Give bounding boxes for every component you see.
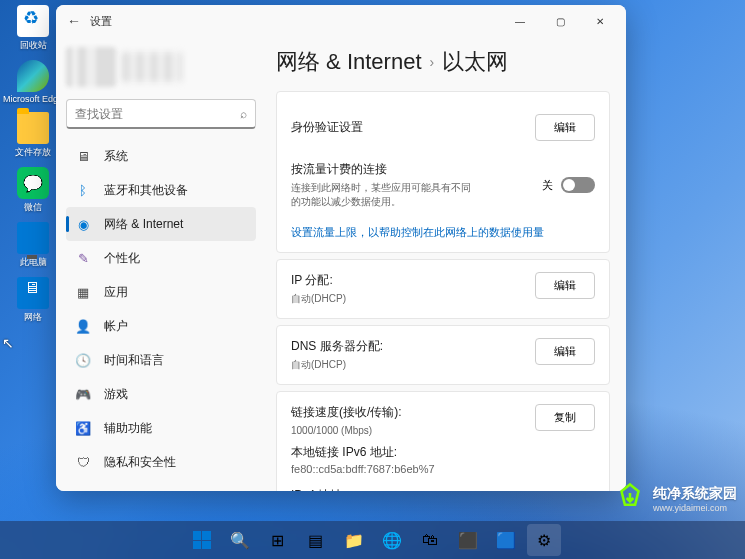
toggle-state: 关	[542, 178, 553, 193]
taskbar-settings[interactable]: ⚙	[527, 524, 561, 556]
taskbar-app2[interactable]: 🟦	[489, 524, 523, 556]
desktop-folder[interactable]: 文件存放	[8, 112, 58, 159]
system-icon: 🖥	[74, 147, 92, 165]
breadcrumb: 网络 & Internet › 以太网	[276, 47, 610, 77]
taskbar-app1[interactable]: ⬛	[451, 524, 485, 556]
accessibility-icon: ♿	[74, 419, 92, 437]
clock-icon: 🕓	[74, 351, 92, 369]
folder-icon	[17, 112, 49, 144]
profile-area[interactable]	[66, 43, 256, 91]
search-icon: ⌕	[240, 107, 247, 121]
nav-privacy[interactable]: 🛡隐私和安全性	[66, 445, 256, 479]
dns-label: DNS 服务器分配:	[291, 338, 383, 355]
ipv6local-value: fe80::cd5a:bdff:7687:b6eb%7	[291, 463, 595, 475]
ip-edit-button[interactable]: 编辑	[535, 272, 595, 299]
desktop-label: 网络	[24, 311, 42, 324]
person-icon: 👤	[74, 317, 92, 335]
metered-label: 按流量计费的连接	[291, 161, 471, 178]
metered-toggle[interactable]	[561, 177, 595, 193]
nav-network[interactable]: ◉网络 & Internet	[66, 207, 256, 241]
metered-sub: 连接到此网络时，某些应用可能具有不同的功能以减少数据使用。	[291, 181, 471, 209]
nav-accessibility[interactable]: ♿辅助功能	[66, 411, 256, 445]
window-title: 设置	[90, 14, 112, 29]
desktop-label: Microsoft Edge	[3, 94, 63, 104]
nav-apps[interactable]: ▦应用	[66, 275, 256, 309]
shield-icon: 🛡	[74, 453, 92, 471]
close-button[interactable]: ✕	[580, 5, 620, 37]
nav-system[interactable]: 🖥系统	[66, 139, 256, 173]
taskbar: 🔍 ⊞ ▤ 📁 🌐 🛍 ⬛ 🟦 ⚙	[0, 521, 745, 559]
avatar	[66, 47, 116, 87]
taskbar-explorer[interactable]: 📁	[337, 524, 371, 556]
breadcrumb-parent[interactable]: 网络 & Internet	[276, 47, 422, 77]
game-icon: 🎮	[74, 385, 92, 403]
network-icon	[17, 277, 49, 309]
content-area: 网络 & Internet › 以太网 身份验证设置 编辑 按流量计费的连接 连…	[266, 37, 626, 491]
card-link-info: 链接速度(接收/传输): 1000/1000 (Mbps) 复制 本地链接 IP…	[276, 391, 610, 491]
taskbar-widgets[interactable]: ▤	[299, 524, 333, 556]
taskbar-search[interactable]: 🔍	[223, 524, 257, 556]
start-button[interactable]	[185, 524, 219, 556]
watermark-url: www.yidaimei.com	[653, 503, 737, 513]
nav-windows-update[interactable]: ↻Windows 更新	[66, 479, 256, 485]
data-limit-link[interactable]: 设置流量上限，以帮助控制在此网络上的数据使用量	[291, 225, 595, 240]
search-input[interactable]	[75, 107, 240, 121]
desktop-network[interactable]: 网络	[8, 277, 58, 324]
apps-icon: ▦	[74, 283, 92, 301]
maximize-button[interactable]: ▢	[540, 5, 580, 37]
nav-time-language[interactable]: 🕓时间和语言	[66, 343, 256, 377]
pc-icon	[17, 222, 49, 254]
nav-accounts[interactable]: 👤帐户	[66, 309, 256, 343]
desktop-edge[interactable]: Microsoft Edge	[8, 60, 58, 104]
wifi-icon: ◉	[74, 215, 92, 233]
titlebar: ← 设置 — ▢ ✕	[56, 5, 626, 37]
desktop-wechat[interactable]: 微信	[8, 167, 58, 214]
wechat-icon	[17, 167, 49, 199]
chevron-right-icon: ›	[430, 54, 435, 70]
watermark: 纯净系统家园 www.yidaimei.com	[613, 481, 737, 515]
copy-button[interactable]: 复制	[535, 404, 595, 431]
breadcrumb-current: 以太网	[442, 47, 508, 77]
ipv4-label: IPv4 地址:	[291, 487, 595, 491]
bluetooth-icon: ᛒ	[74, 181, 92, 199]
desktop-this-pc[interactable]: 此电脑	[8, 222, 58, 269]
desktop-recycle-bin[interactable]: 回收站	[8, 5, 58, 52]
desktop-label: 文件存放	[15, 146, 51, 159]
card-ip: IP 分配: 自动(DHCP) 编辑	[276, 259, 610, 319]
taskbar-taskview[interactable]: ⊞	[261, 524, 295, 556]
ipv6local-label: 本地链接 IPv6 地址:	[291, 444, 595, 461]
auth-edit-button[interactable]: 编辑	[535, 114, 595, 141]
windows-icon	[193, 531, 211, 549]
linkspeed-value: 1000/1000 (Mbps)	[291, 424, 402, 438]
nav-personalization[interactable]: ✎个性化	[66, 241, 256, 275]
profile-name-blurred	[122, 52, 182, 82]
ip-value: 自动(DHCP)	[291, 292, 346, 306]
edge-icon	[17, 60, 49, 92]
dns-edit-button[interactable]: 编辑	[535, 338, 595, 365]
taskbar-store[interactable]: 🛍	[413, 524, 447, 556]
back-button[interactable]: ←	[62, 13, 86, 29]
search-box[interactable]: ⌕	[66, 99, 256, 129]
desktop-label: 回收站	[20, 39, 47, 52]
cursor-icon: ↖	[2, 335, 14, 351]
taskbar-edge[interactable]: 🌐	[375, 524, 409, 556]
card-dns: DNS 服务器分配: 自动(DHCP) 编辑	[276, 325, 610, 385]
desktop-label: 微信	[24, 201, 42, 214]
watermark-text: 纯净系统家园	[653, 485, 737, 501]
nav-list: 🖥系统 ᛒ蓝牙和其他设备 ◉网络 & Internet ✎个性化 ▦应用 👤帐户…	[66, 139, 256, 485]
brush-icon: ✎	[74, 249, 92, 267]
card-auth-metered: 身份验证设置 编辑 按流量计费的连接 连接到此网络时，某些应用可能具有不同的功能…	[276, 91, 610, 253]
nav-bluetooth[interactable]: ᛒ蓝牙和其他设备	[66, 173, 256, 207]
auth-label: 身份验证设置	[291, 119, 363, 136]
minimize-button[interactable]: —	[500, 5, 540, 37]
sidebar: ⌕ 🖥系统 ᛒ蓝牙和其他设备 ◉网络 & Internet ✎个性化 ▦应用 👤…	[56, 37, 266, 491]
settings-window: ← 设置 — ▢ ✕ ⌕ 🖥系统 ᛒ蓝牙和其他设备 ◉网络 & Internet…	[56, 5, 626, 491]
recycle-icon	[17, 5, 49, 37]
ip-label: IP 分配:	[291, 272, 346, 289]
watermark-logo-icon	[613, 481, 647, 515]
dns-value: 自动(DHCP)	[291, 358, 383, 372]
linkspeed-label: 链接速度(接收/传输):	[291, 404, 402, 421]
nav-gaming[interactable]: 🎮游戏	[66, 377, 256, 411]
